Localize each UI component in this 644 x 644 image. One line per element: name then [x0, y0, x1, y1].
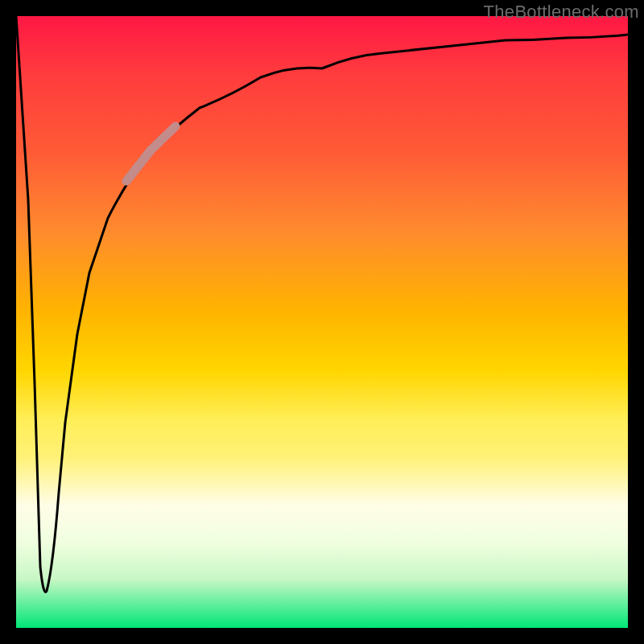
bottleneck-curve-path: [16, 16, 628, 592]
bottleneck-curve-svg: [16, 16, 628, 628]
curve-highlight-segment: [126, 126, 175, 181]
watermark-text: TheBottleneck.com: [484, 2, 639, 23]
chart-frame: TheBottleneck.com: [0, 0, 644, 644]
plot-area: [16, 16, 628, 628]
